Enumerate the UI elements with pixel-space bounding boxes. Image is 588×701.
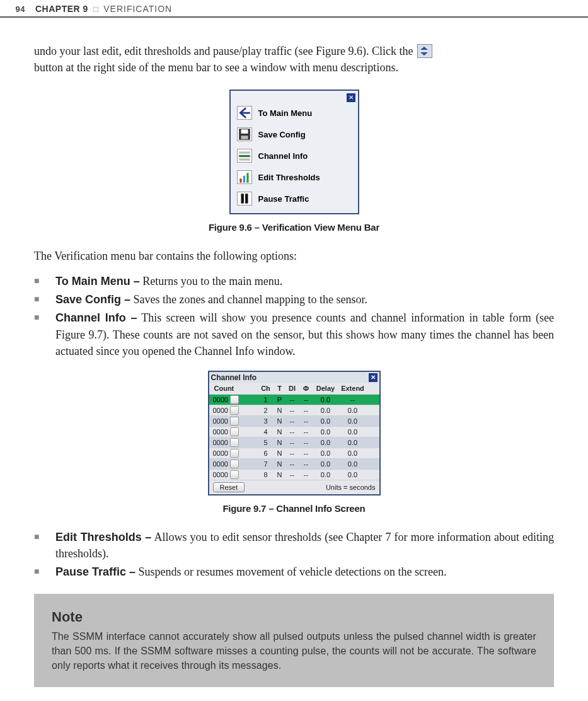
- cell-extend: 0.0: [338, 449, 367, 457]
- intro-text-a: undo your last edit, edit thresholds and…: [34, 45, 416, 57]
- chapter-separator: □: [88, 4, 103, 14]
- cell-t: N: [274, 460, 285, 468]
- table-row: 00002N----0.00.0: [209, 405, 379, 415]
- page-header: 94 CHAPTER 9 □ VERIFICATION: [0, 0, 588, 16]
- menu-item-label: Edit Thresholds: [258, 173, 320, 182]
- save-config-icon: [237, 127, 252, 141]
- cell-ch: 1: [258, 396, 274, 403]
- list-item-label: Channel Info –: [55, 311, 137, 324]
- menu-item-save-config[interactable]: Save Config: [234, 124, 354, 145]
- table-row: 00001P----0.0--: [209, 394, 379, 405]
- bullet-icon: ■: [34, 310, 55, 359]
- list-item-text: Saves the zones and channel mapping to t…: [130, 293, 367, 306]
- list-item: ■Pause Traffic – Suspends or resumes mov…: [34, 564, 554, 580]
- bullet-icon: ■: [34, 564, 55, 580]
- row-reset-icon[interactable]: [230, 395, 239, 404]
- cell-di: --: [285, 417, 299, 425]
- count-value: 0000: [213, 471, 228, 478]
- row-reset-icon[interactable]: [230, 470, 239, 479]
- cell-delay: 0.0: [313, 439, 338, 446]
- cell-di: --: [285, 396, 299, 403]
- bullet-icon: ■: [34, 529, 55, 562]
- column-header: Φ: [299, 385, 313, 392]
- column-header: DI: [285, 385, 299, 392]
- list-item-text: Returns you to the main menu.: [140, 275, 282, 287]
- svg-rect-4: [239, 155, 250, 157]
- menu-item-label: To Main Menu: [258, 108, 313, 118]
- count-value: 0000: [213, 396, 228, 403]
- cell-extend: 0.0: [338, 407, 367, 414]
- svg-rect-6: [239, 178, 241, 183]
- row-reset-icon[interactable]: [230, 427, 239, 436]
- cell-delay: 0.0: [313, 417, 338, 425]
- edit-thresholds-icon: [237, 170, 252, 184]
- cell-t: P: [274, 396, 285, 403]
- cell-extend: --: [338, 396, 367, 403]
- chapter-label: CHAPTER 9: [35, 4, 88, 14]
- row-reset-icon[interactable]: [230, 406, 239, 415]
- intro-paragraph: undo your last edit, edit thresholds and…: [34, 43, 554, 76]
- list-item: ■To Main Menu – Returns you to the main …: [34, 273, 554, 289]
- menu-item-label: Channel Info: [258, 151, 308, 161]
- channel-info-title: Channel Info: [211, 373, 257, 382]
- figure-9-6: ✕ To Main MenuSave ConfigChannel InfoEdi…: [34, 90, 554, 214]
- menu-item-label: Save Config: [258, 130, 306, 139]
- table-row: 00003N----0.00.0: [209, 415, 379, 426]
- list-item: ■Channel Info – This screen will show yo…: [34, 310, 554, 359]
- note-box: Note The SSMM interface cannot accuratel…: [34, 594, 554, 687]
- cell-phi: --: [299, 439, 313, 446]
- row-reset-icon[interactable]: [230, 438, 239, 447]
- cell-di: --: [285, 460, 299, 468]
- cell-extend: 0.0: [338, 417, 367, 425]
- cell-di: --: [285, 439, 299, 446]
- cell-phi: --: [299, 449, 313, 457]
- cell-di: --: [285, 449, 299, 457]
- verification-menu: ✕ To Main MenuSave ConfigChannel InfoEdi…: [229, 90, 359, 214]
- cell-delay: 0.0: [313, 449, 338, 457]
- table-row: 00006N----0.00.0: [209, 448, 379, 458]
- cell-ch: 3: [258, 417, 274, 425]
- menu-item-channel-info[interactable]: Channel Info: [234, 145, 354, 166]
- svg-rect-3: [239, 152, 250, 154]
- row-reset-icon[interactable]: [230, 460, 239, 468]
- menu-item-label: Pause Traffic: [258, 194, 309, 204]
- table-row: 00004N----0.00.0: [209, 426, 379, 437]
- cell-phi: --: [299, 396, 313, 403]
- column-header: Extend: [338, 385, 367, 392]
- reset-button[interactable]: Reset: [213, 482, 245, 492]
- cell-ch: 7: [258, 460, 274, 468]
- row-reset-icon[interactable]: [230, 417, 239, 426]
- page-number: 94: [0, 4, 35, 14]
- close-icon[interactable]: ✕: [369, 373, 378, 382]
- close-icon[interactable]: ✕: [347, 93, 355, 102]
- list-item-label: To Main Menu –: [55, 275, 140, 287]
- cell-delay: 0.0: [313, 460, 338, 468]
- menu-item-to-main-menu[interactable]: To Main Menu: [234, 102, 354, 124]
- menu-item-edit-thresholds[interactable]: Edit Thresholds: [234, 166, 354, 188]
- cell-delay: 0.0: [313, 396, 338, 403]
- menu-options-list-1: ■To Main Menu – Returns you to the main …: [34, 273, 554, 359]
- list-item-text: Suspends or resumes movement of vehicle …: [135, 565, 446, 578]
- cell-phi: --: [299, 471, 313, 478]
- table-row: 00005N----0.00.0: [209, 437, 379, 448]
- cell-t: N: [274, 471, 285, 478]
- cell-di: --: [285, 471, 299, 478]
- menu-item-pause-traffic[interactable]: Pause Traffic: [234, 188, 354, 209]
- row-reset-icon[interactable]: [230, 449, 239, 458]
- table-row: 00007N----0.00.0: [209, 458, 379, 469]
- cell-t: N: [274, 407, 285, 414]
- list-item-label: Pause Traffic –: [55, 565, 135, 578]
- note-title: Note: [52, 609, 536, 625]
- cell-phi: --: [299, 460, 313, 468]
- svg-rect-7: [243, 176, 245, 183]
- bullet-icon: ■: [34, 273, 55, 289]
- cell-delay: 0.0: [313, 407, 338, 414]
- cell-ch: 4: [258, 428, 274, 436]
- cell-di: --: [285, 407, 299, 414]
- cell-t: N: [274, 417, 285, 425]
- cell-ch: 5: [258, 439, 274, 446]
- column-header: Delay: [313, 385, 338, 392]
- cell-delay: 0.0: [313, 471, 338, 478]
- cell-ch: 8: [258, 471, 274, 478]
- cell-extend: 0.0: [338, 428, 367, 436]
